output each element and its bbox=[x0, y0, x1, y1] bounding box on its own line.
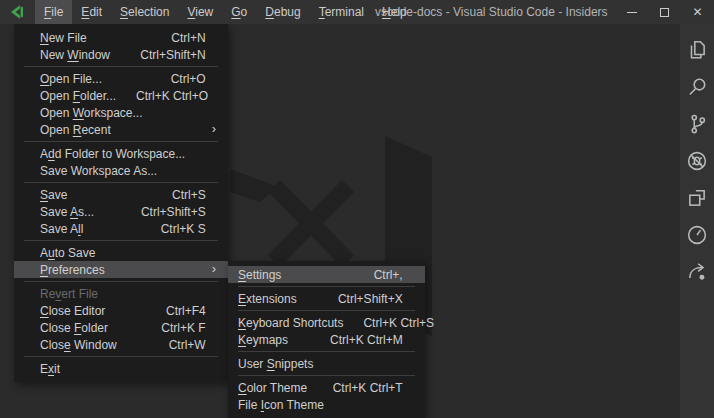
menu-separator bbox=[238, 375, 415, 376]
menu-item-revert-file[interactable]: Revert File › bbox=[14, 285, 228, 302]
menu-item-close-window[interactable]: Close Window Ctrl+W › bbox=[14, 336, 228, 353]
menu-item-new-window[interactable]: New Window Ctrl+Shift+N › bbox=[14, 46, 228, 63]
preferences-submenu: Settings Ctrl+, › Extensions Ctrl+Shift+… bbox=[228, 261, 425, 418]
menubar-item-edit[interactable]: Edit bbox=[72, 0, 111, 24]
menu-separator bbox=[24, 240, 218, 241]
chevron-right-icon: › bbox=[212, 262, 216, 275]
menubar-item-debug[interactable]: Debug bbox=[256, 0, 309, 24]
close-button[interactable]: ✕ bbox=[681, 0, 714, 24]
menu-item-open-folder[interactable]: Open Folder... Ctrl+K Ctrl+O › bbox=[14, 87, 228, 104]
submenu-item-extensions[interactable]: Extensions Ctrl+Shift+X › bbox=[228, 290, 425, 307]
forward-arrow-icon[interactable] bbox=[680, 253, 714, 290]
submenu-item-user-snippets[interactable]: User Snippets › bbox=[228, 355, 425, 372]
menubar-item-selection[interactable]: Selection bbox=[111, 0, 178, 24]
menu-item-save-all[interactable]: Save All Ctrl+K S › bbox=[14, 220, 228, 237]
menu-item-save-workspace-as[interactable]: Save Workspace As... › bbox=[14, 162, 228, 179]
menu-bar: File Edit Selection View Go Debug Termin… bbox=[35, 0, 416, 24]
menu-item-open-recent[interactable]: Open Recent › bbox=[14, 121, 228, 138]
menu-item-save-as[interactable]: Save As... Ctrl+Shift+S › bbox=[14, 203, 228, 220]
menubar-item-view[interactable]: View bbox=[178, 0, 222, 24]
window-controls: ✕ bbox=[615, 0, 714, 24]
extensions-icon[interactable] bbox=[680, 179, 714, 216]
menu-separator bbox=[24, 141, 218, 142]
menubar-item-terminal[interactable]: Terminal bbox=[310, 0, 373, 24]
close-icon: ✕ bbox=[692, 6, 702, 18]
vscode-window: File Edit Selection View Go Debug Termin… bbox=[0, 0, 714, 418]
submenu-item-file-icon-theme[interactable]: File Icon Theme › bbox=[228, 396, 425, 413]
menu-separator bbox=[238, 310, 415, 311]
maximize-icon bbox=[660, 8, 669, 17]
menu-separator bbox=[24, 182, 218, 183]
window-title: vscode-docs - Visual Studio Code - Insid… bbox=[375, 0, 608, 24]
menu-separator bbox=[24, 66, 218, 67]
menu-item-open-file[interactable]: Open File... Ctrl+O › bbox=[14, 70, 228, 87]
minimize-button[interactable] bbox=[615, 0, 648, 24]
search-icon[interactable] bbox=[680, 68, 714, 105]
menu-item-preferences[interactable]: Preferences › bbox=[14, 261, 228, 278]
menu-separator bbox=[24, 281, 218, 282]
menu-item-new-file[interactable]: New File Ctrl+N › bbox=[14, 29, 228, 46]
debug-icon[interactable] bbox=[680, 142, 714, 179]
menu-item-save[interactable]: Save Ctrl+S › bbox=[14, 186, 228, 203]
minimize-icon bbox=[627, 12, 637, 13]
menu-separator bbox=[238, 286, 415, 287]
menubar-item-go[interactable]: Go bbox=[222, 0, 256, 24]
submenu-item-keyboard-shortcuts[interactable]: Keyboard Shortcuts Ctrl+K Ctrl+S › bbox=[228, 314, 425, 331]
menu-separator bbox=[238, 351, 415, 352]
chevron-right-icon: › bbox=[212, 122, 216, 135]
menu-item-close-editor[interactable]: Close Editor Ctrl+F4 › bbox=[14, 302, 228, 319]
menu-separator bbox=[24, 356, 218, 357]
menu-item-open-workspace[interactable]: Open Workspace... › bbox=[14, 104, 228, 121]
maximize-button[interactable] bbox=[648, 0, 681, 24]
submenu-item-color-theme[interactable]: Color Theme Ctrl+K Ctrl+T › bbox=[228, 379, 425, 396]
menu-item-add-folder-to-workspace[interactable]: Add Folder to Workspace... › bbox=[14, 145, 228, 162]
source-control-icon[interactable] bbox=[680, 105, 714, 142]
vscode-insiders-logo bbox=[9, 4, 25, 20]
title-bar: File Edit Selection View Go Debug Termin… bbox=[0, 0, 714, 24]
submenu-item-keymaps[interactable]: Keymaps Ctrl+K Ctrl+M › bbox=[228, 331, 425, 348]
menu-item-auto-save[interactable]: Auto Save › bbox=[14, 244, 228, 261]
file-menu: New File Ctrl+N › New Window Ctrl+Shift+… bbox=[14, 24, 228, 382]
menu-item-close-folder[interactable]: Close Folder Ctrl+K F › bbox=[14, 319, 228, 336]
activity-bar bbox=[680, 24, 714, 418]
explorer-icon[interactable] bbox=[680, 31, 714, 68]
clock-icon[interactable] bbox=[680, 216, 714, 253]
submenu-item-settings[interactable]: Settings Ctrl+, › bbox=[228, 266, 425, 283]
menubar-item-file[interactable]: File bbox=[35, 0, 72, 24]
menu-item-exit[interactable]: Exit › bbox=[14, 360, 228, 377]
